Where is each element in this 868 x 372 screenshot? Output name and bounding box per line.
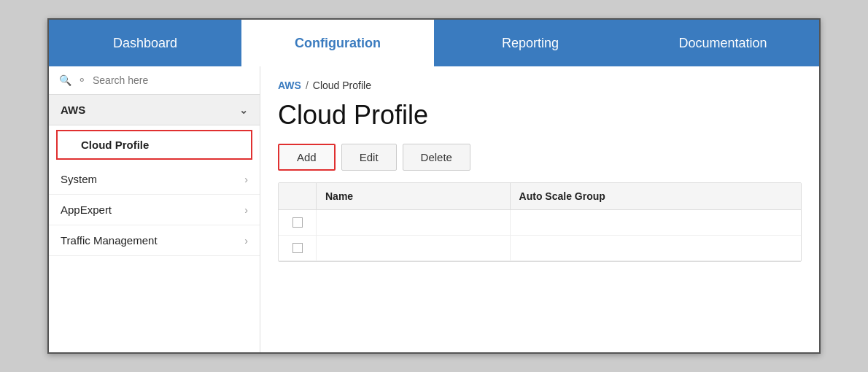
nav-documentation[interactable]: Documentation [627, 20, 819, 66]
chevron-right-icon: › [244, 204, 248, 216]
sidebar-item-appexpert[interactable]: AppExpert › [49, 195, 260, 225]
top-nav: Dashboard Configuration Reporting Docume… [49, 20, 819, 66]
search-icon: ⚬ [77, 74, 87, 87]
search-bar: 🔍 ⚬ [49, 66, 260, 95]
nav-dashboard[interactable]: Dashboard [49, 20, 241, 66]
data-table: Name Auto Scale Group [278, 182, 802, 262]
chevron-right-icon: › [244, 174, 248, 185]
sidebar-item-system-label: System [61, 173, 97, 185]
row2-checkbox-cell [279, 236, 317, 260]
col-checkbox [279, 183, 317, 209]
col-auto-scale-group: Auto Scale Group [511, 183, 801, 209]
toolbar: Add Edit Delete [278, 144, 802, 171]
row2-name [317, 236, 511, 260]
row1-auto-scale-group [511, 210, 801, 235]
table-row [279, 236, 801, 261]
sidebar-group-aws-header[interactable]: AWS ⌄ [49, 95, 260, 125]
breadcrumb-separator: / [306, 80, 309, 91]
table-header: Name Auto Scale Group [279, 183, 801, 210]
delete-button[interactable]: Delete [403, 144, 470, 171]
sidebar-item-traffic-management-label: Traffic Management [61, 234, 158, 247]
sidebar-item-system[interactable]: System › [49, 164, 260, 195]
breadcrumb-current: Cloud Profile [313, 80, 371, 91]
chevron-down-icon: ⌄ [239, 104, 248, 116]
col-name: Name [317, 183, 511, 209]
sidebar-item-cloud-profile[interactable]: Cloud Profile [56, 130, 252, 160]
row1-checkbox-cell [279, 210, 317, 235]
row1-name [317, 210, 511, 235]
app-container: Dashboard Configuration Reporting Docume… [47, 18, 821, 354]
content-area: AWS / Cloud Profile Cloud Profile Add Ed… [260, 66, 819, 352]
sidebar-item-traffic-management[interactable]: Traffic Management › [49, 225, 260, 256]
add-button[interactable]: Add [278, 144, 336, 171]
sidebar-group-aws: AWS ⌄ Cloud Profile [49, 95, 260, 164]
main-area: 🔍 ⚬ AWS ⌄ Cloud Profile System › AppExpe… [49, 66, 819, 352]
sidebar: 🔍 ⚬ AWS ⌄ Cloud Profile System › AppExpe… [49, 66, 260, 352]
breadcrumb-root[interactable]: AWS [278, 80, 301, 91]
sidebar-item-appexpert-label: AppExpert [61, 204, 112, 216]
table-row [279, 210, 801, 236]
edit-button[interactable]: Edit [341, 144, 397, 171]
row1-checkbox[interactable] [292, 217, 303, 228]
row2-auto-scale-group [511, 236, 801, 260]
sidebar-group-aws-label: AWS [61, 104, 85, 116]
nav-reporting[interactable]: Reporting [434, 20, 627, 66]
row2-checkbox[interactable] [292, 243, 303, 253]
page-title: Cloud Profile [278, 100, 802, 131]
nav-configuration[interactable]: Configuration [241, 20, 434, 66]
chevron-right-icon: › [244, 235, 248, 247]
search-icon: 🔍 [59, 74, 71, 86]
search-input[interactable] [93, 74, 249, 86]
breadcrumb: AWS / Cloud Profile [278, 80, 802, 91]
